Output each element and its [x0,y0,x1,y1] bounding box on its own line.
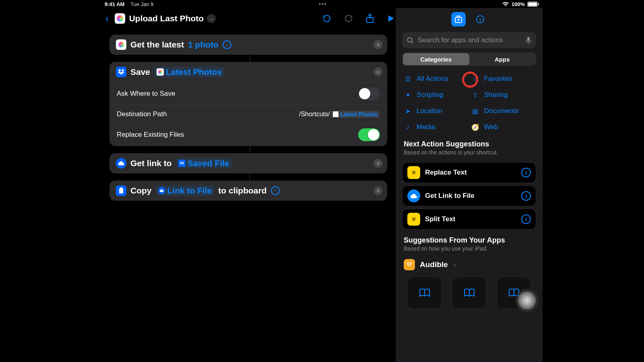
back-button[interactable]: ‹ [105,12,109,25]
destination-path-row[interactable]: Destination Path /Shortcuts/ Latest Phot… [109,105,387,123]
multitask-dots-icon[interactable]: ••• [319,1,327,7]
list-icon: ☰ [404,75,412,83]
path-prefix: /Shortcuts/ [299,111,330,118]
seg-apps[interactable]: Apps [469,53,536,65]
action-variable[interactable]: Latest Photos [154,67,224,77]
text-action-icon: ≡ [407,166,420,179]
actions-editor: Get the latest 1 photo › ✕ Save Latest P… [109,35,387,205]
replace-existing-toggle[interactable] [358,128,380,141]
cloud-icon [116,158,126,169]
delete-action-button[interactable]: ✕ [374,40,382,49]
shortcut-icon [115,13,125,24]
cat-web[interactable]: 🧭Web [471,120,535,134]
status-bar: 9:41 AM Tue Jan 9 ••• 100% [101,0,543,8]
segmented-control[interactable]: Categories Apps [402,52,536,66]
book-icon [419,288,431,298]
svg-point-5 [408,37,412,42]
shortcut-details-tab[interactable] [473,12,487,27]
action-label: Copy [130,186,152,195]
delete-action-button[interactable]: ✕ [374,186,382,195]
chevron-right-icon: › [454,261,456,268]
action-copy-clipboard[interactable]: Copy Link to File to clipboard › ✕ [109,181,387,201]
ask-where-toggle[interactable] [358,87,380,100]
svg-rect-2 [120,187,122,189]
seg-categories[interactable]: Categories [403,53,469,65]
assistivetouch-button[interactable] [518,291,536,310]
path-variable[interactable]: Latest Photos [330,111,380,118]
suggestion-replace-text[interactable]: ≡ Replace Text i [402,162,536,183]
connector-line [250,146,250,153]
music-icon: ♪ [404,123,412,131]
action-label: Save [130,67,150,77]
info-icon[interactable]: i [521,168,531,177]
app-suggestions-heading: Suggestions From Your Apps [396,236,543,245]
audible-tile[interactable] [407,277,442,309]
clipboard-icon [116,185,126,196]
dictation-icon[interactable] [526,37,531,44]
next-suggestions-heading: Next Action Suggestions [396,140,543,148]
cat-favorites[interactable]: ☆Favorites [471,72,535,86]
action-variable[interactable]: Saved File [176,158,232,169]
action-library-tab[interactable] [451,12,466,27]
search-field[interactable]: Search for apps and actions [402,32,536,48]
action-parameter[interactable]: 1 photo [188,40,219,49]
action-get-latest-photos[interactable]: Get the latest 1 photo › ✕ [109,35,387,55]
info-icon[interactable]: i [521,214,531,224]
connector-line [250,173,250,181]
app-suggestions-sub: Based on how you use your iPad. [396,245,543,256]
cat-media[interactable]: ♪Media [404,120,467,134]
action-label: Get the latest [130,40,184,49]
delete-action-button[interactable]: ✕ [374,159,382,168]
book-icon [508,288,520,298]
info-icon[interactable]: i [521,191,531,201]
search-placeholder: Search for apps and actions [418,36,522,44]
battery-icon [527,2,538,7]
battery-percent: 100% [512,1,525,7]
globe-icon: 🧭 [471,123,479,131]
star-icon: ☆ [471,75,479,83]
audible-shortcut-tiles [396,270,543,315]
wand-icon: ✦ [404,91,412,99]
cat-location[interactable]: ➤Location [404,104,467,118]
actions-panel: Search for apps and actions Categories A… [395,8,543,362]
svg-rect-1 [119,188,123,193]
title-menu-chevron-icon[interactable]: ⌄ [207,14,216,23]
document-icon: ▤ [471,107,479,115]
search-icon [407,37,414,44]
title-bar: ‹ Upload Last Photo ⌄ [101,10,395,27]
action-get-link[interactable]: Get link to Saved File ✕ [109,153,387,173]
cat-scripting[interactable]: ✦Scripting [404,88,467,102]
row-label: Destination Path [117,110,167,118]
expand-params-icon[interactable]: › [223,40,231,49]
status-time: 9:41 AM [105,1,124,7]
expand-params-icon[interactable]: › [271,186,280,195]
action-label: Get link to [130,158,172,168]
cat-documents[interactable]: ▤Documents [471,104,535,118]
share-icon: ⇪ [471,91,479,99]
audible-tile[interactable] [452,277,487,309]
svg-rect-6 [527,37,530,41]
category-grid: ☰All Actions ☆Favorites ✦Scripting ⇪Shar… [396,72,543,140]
dropbox-icon [116,67,126,77]
cat-all-actions[interactable]: ☰All Actions [404,72,467,86]
suggestion-get-link[interactable]: Get Link to File i [402,185,536,206]
next-suggestions-sub: Based on the actions in your shortcut. [396,148,543,160]
audible-icon [404,259,415,270]
suggestion-split-text[interactable]: ≡ Split Text i [402,209,536,230]
wifi-icon [502,2,509,7]
cat-sharing[interactable]: ⇪Sharing [471,88,535,102]
photos-app-icon [116,39,126,50]
app-suggestion-audible[interactable]: Audible › [396,256,543,270]
location-icon: ➤ [404,107,412,115]
row-label: Ask Where to Save [117,90,175,98]
shortcut-title[interactable]: Upload Last Photo [129,14,204,23]
undo-button[interactable] [322,14,332,23]
action-variable[interactable]: Link to File [156,185,215,196]
text-action-icon: ≡ [407,213,420,226]
device-frame: 9:41 AM Tue Jan 9 ••• 100% ‹ Upload Last… [29,0,615,362]
delete-action-button[interactable]: ✕ [374,68,382,76]
redo-button [344,14,353,23]
run-button[interactable] [386,14,395,23]
share-button[interactable] [365,13,374,24]
action-save-file[interactable]: Save Latest Photos ✕ Ask Where to Save D… [109,62,387,146]
